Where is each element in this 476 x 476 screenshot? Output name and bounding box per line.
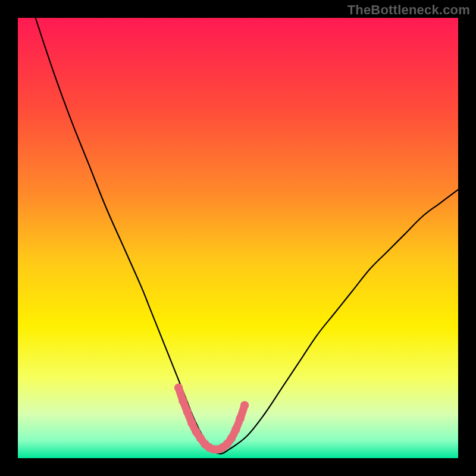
sweet-spot-marker bbox=[236, 414, 245, 422]
sweet-spot-marker bbox=[227, 434, 236, 443]
sweet-spot-marker bbox=[240, 401, 249, 409]
sweet-spot-marker bbox=[174, 383, 183, 392]
watermark-text: TheBottleneck.com bbox=[347, 2, 470, 18]
bottleneck-chart bbox=[0, 0, 476, 476]
gradient-background bbox=[18, 18, 458, 458]
sweet-spot-marker bbox=[178, 397, 187, 405]
sweet-spot-marker bbox=[187, 419, 196, 427]
sweet-spot-marker bbox=[183, 408, 192, 416]
sweet-spot-marker bbox=[231, 425, 240, 434]
chart-frame: TheBottleneck.com bbox=[0, 0, 476, 476]
